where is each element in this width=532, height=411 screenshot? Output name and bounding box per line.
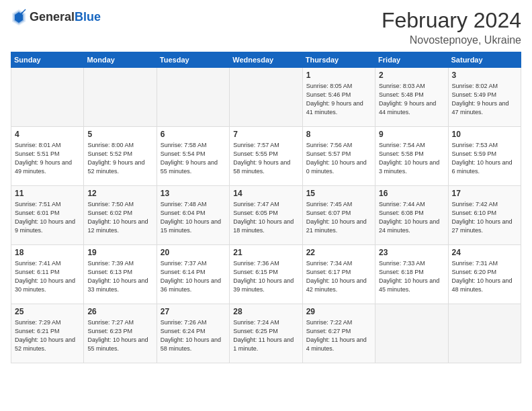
day-info: Sunrise: 8:03 AM Sunset: 5:48 PM Dayligh… xyxy=(379,82,444,117)
calendar-cell xyxy=(448,304,521,363)
day-info: Sunrise: 7:57 AM Sunset: 5:55 PM Dayligh… xyxy=(233,141,298,176)
calendar-cell: 21Sunrise: 7:36 AM Sunset: 6:15 PM Dayli… xyxy=(230,245,302,304)
day-info: Sunrise: 7:44 AM Sunset: 6:08 PM Dayligh… xyxy=(379,200,444,235)
day-info: Sunrise: 7:45 AM Sunset: 6:07 PM Dayligh… xyxy=(306,200,371,235)
day-number: 16 xyxy=(379,189,444,198)
week-row-5: 25Sunrise: 7:29 AM Sunset: 6:21 PM Dayli… xyxy=(11,304,521,363)
week-row-4: 18Sunrise: 7:41 AM Sunset: 6:11 PM Dayli… xyxy=(11,245,521,304)
day-info: Sunrise: 8:01 AM Sunset: 5:51 PM Dayligh… xyxy=(15,141,80,176)
page: GeneralBlue February 2024 Novostepnoye, … xyxy=(0,0,532,411)
day-number: 27 xyxy=(161,307,226,316)
week-row-3: 11Sunrise: 7:51 AM Sunset: 6:01 PM Dayli… xyxy=(11,186,521,245)
day-number: 18 xyxy=(15,248,80,257)
day-info: Sunrise: 7:36 AM Sunset: 6:15 PM Dayligh… xyxy=(233,259,298,294)
header-tuesday: Tuesday xyxy=(157,52,229,68)
day-number: 23 xyxy=(379,248,444,257)
day-number: 6 xyxy=(161,130,226,139)
week-row-2: 4Sunrise: 8:01 AM Sunset: 5:51 PM Daylig… xyxy=(11,127,521,186)
day-number: 8 xyxy=(306,130,371,139)
calendar-cell: 12Sunrise: 7:50 AM Sunset: 6:02 PM Dayli… xyxy=(84,186,157,245)
day-info: Sunrise: 7:58 AM Sunset: 5:54 PM Dayligh… xyxy=(161,141,226,176)
calendar-cell: 15Sunrise: 7:45 AM Sunset: 6:07 PM Dayli… xyxy=(302,186,375,245)
calendar-title: February 2024 xyxy=(382,8,521,33)
day-number: 25 xyxy=(15,307,80,316)
day-number: 21 xyxy=(233,248,298,257)
header: GeneralBlue February 2024 Novostepnoye, … xyxy=(11,8,521,46)
day-number: 4 xyxy=(15,130,80,139)
calendar-cell: 25Sunrise: 7:29 AM Sunset: 6:21 PM Dayli… xyxy=(11,304,84,363)
day-info: Sunrise: 7:39 AM Sunset: 6:13 PM Dayligh… xyxy=(87,259,152,294)
calendar-cell: 13Sunrise: 7:48 AM Sunset: 6:04 PM Dayli… xyxy=(157,186,229,245)
logo-text: GeneralBlue xyxy=(30,11,101,24)
day-number: 15 xyxy=(306,189,371,198)
day-info: Sunrise: 7:22 AM Sunset: 6:27 PM Dayligh… xyxy=(306,318,371,353)
logo: GeneralBlue xyxy=(11,8,101,27)
day-info: Sunrise: 7:53 AM Sunset: 5:59 PM Dayligh… xyxy=(452,141,517,176)
day-info: Sunrise: 7:56 AM Sunset: 5:57 PM Dayligh… xyxy=(306,141,371,176)
calendar-cell xyxy=(230,68,302,127)
calendar-cell: 1Sunrise: 8:05 AM Sunset: 5:46 PM Daylig… xyxy=(302,68,375,127)
header-friday: Friday xyxy=(375,52,448,68)
day-number: 20 xyxy=(161,248,226,257)
day-info: Sunrise: 7:48 AM Sunset: 6:04 PM Dayligh… xyxy=(161,200,226,235)
calendar-cell: 4Sunrise: 8:01 AM Sunset: 5:51 PM Daylig… xyxy=(11,127,84,186)
calendar-cell: 8Sunrise: 7:56 AM Sunset: 5:57 PM Daylig… xyxy=(302,127,375,186)
day-number: 5 xyxy=(87,130,152,139)
logo-icon xyxy=(11,8,27,27)
day-info: Sunrise: 7:34 AM Sunset: 6:17 PM Dayligh… xyxy=(306,259,371,294)
calendar-cell: 29Sunrise: 7:22 AM Sunset: 6:27 PM Dayli… xyxy=(302,304,375,363)
calendar-cell: 9Sunrise: 7:54 AM Sunset: 5:58 PM Daylig… xyxy=(375,127,448,186)
header-row: Sunday Monday Tuesday Wednesday Thursday… xyxy=(11,52,521,68)
day-info: Sunrise: 7:42 AM Sunset: 6:10 PM Dayligh… xyxy=(452,200,517,235)
day-number: 29 xyxy=(306,307,371,316)
calendar-cell: 19Sunrise: 7:39 AM Sunset: 6:13 PM Dayli… xyxy=(84,245,157,304)
calendar-cell xyxy=(11,68,84,127)
calendar-cell: 11Sunrise: 7:51 AM Sunset: 6:01 PM Dayli… xyxy=(11,186,84,245)
calendar-cell xyxy=(375,304,448,363)
day-info: Sunrise: 7:47 AM Sunset: 6:05 PM Dayligh… xyxy=(233,200,298,235)
day-number: 12 xyxy=(87,189,152,198)
header-sunday: Sunday xyxy=(11,52,84,68)
logo-blue-text: Blue xyxy=(75,10,101,24)
calendar-cell: 5Sunrise: 8:00 AM Sunset: 5:52 PM Daylig… xyxy=(84,127,157,186)
day-info: Sunrise: 8:02 AM Sunset: 5:49 PM Dayligh… xyxy=(452,82,517,117)
calendar-cell: 27Sunrise: 7:26 AM Sunset: 6:24 PM Dayli… xyxy=(157,304,229,363)
calendar-cell: 14Sunrise: 7:47 AM Sunset: 6:05 PM Dayli… xyxy=(230,186,302,245)
calendar-cell: 23Sunrise: 7:33 AM Sunset: 6:18 PM Dayli… xyxy=(375,245,448,304)
day-number: 24 xyxy=(452,248,517,257)
day-number: 26 xyxy=(87,307,152,316)
calendar-cell: 10Sunrise: 7:53 AM Sunset: 5:59 PM Dayli… xyxy=(448,127,521,186)
header-monday: Monday xyxy=(84,52,157,68)
calendar-table: Sunday Monday Tuesday Wednesday Thursday… xyxy=(11,52,521,363)
day-number: 7 xyxy=(233,130,298,139)
calendar-cell: 6Sunrise: 7:58 AM Sunset: 5:54 PM Daylig… xyxy=(157,127,229,186)
calendar-cell: 26Sunrise: 7:27 AM Sunset: 6:23 PM Dayli… xyxy=(84,304,157,363)
calendar-cell: 28Sunrise: 7:24 AM Sunset: 6:25 PM Dayli… xyxy=(230,304,302,363)
calendar-cell: 22Sunrise: 7:34 AM Sunset: 6:17 PM Dayli… xyxy=(302,245,375,304)
day-info: Sunrise: 7:33 AM Sunset: 6:18 PM Dayligh… xyxy=(379,259,444,294)
day-info: Sunrise: 7:50 AM Sunset: 6:02 PM Dayligh… xyxy=(87,200,152,235)
day-info: Sunrise: 7:31 AM Sunset: 6:20 PM Dayligh… xyxy=(452,259,517,294)
day-number: 17 xyxy=(452,189,517,198)
day-info: Sunrise: 7:51 AM Sunset: 6:01 PM Dayligh… xyxy=(15,200,80,235)
day-info: Sunrise: 7:26 AM Sunset: 6:24 PM Dayligh… xyxy=(161,318,226,353)
day-info: Sunrise: 8:05 AM Sunset: 5:46 PM Dayligh… xyxy=(306,82,371,117)
day-info: Sunrise: 7:54 AM Sunset: 5:58 PM Dayligh… xyxy=(379,141,444,176)
week-row-1: 1Sunrise: 8:05 AM Sunset: 5:46 PM Daylig… xyxy=(11,68,521,127)
day-number: 9 xyxy=(379,130,444,139)
day-info: Sunrise: 7:24 AM Sunset: 6:25 PM Dayligh… xyxy=(233,318,298,353)
day-number: 1 xyxy=(306,71,371,80)
day-info: Sunrise: 7:37 AM Sunset: 6:14 PM Dayligh… xyxy=(161,259,226,294)
header-thursday: Thursday xyxy=(302,52,375,68)
calendar-cell: 18Sunrise: 7:41 AM Sunset: 6:11 PM Dayli… xyxy=(11,245,84,304)
calendar-cell: 20Sunrise: 7:37 AM Sunset: 6:14 PM Dayli… xyxy=(157,245,229,304)
day-number: 10 xyxy=(452,130,517,139)
title-block: February 2024 Novostepnoye, Ukraine xyxy=(382,8,521,46)
day-number: 22 xyxy=(306,248,371,257)
calendar-cell: 3Sunrise: 8:02 AM Sunset: 5:49 PM Daylig… xyxy=(448,68,521,127)
calendar-cell: 17Sunrise: 7:42 AM Sunset: 6:10 PM Dayli… xyxy=(448,186,521,245)
day-number: 14 xyxy=(233,189,298,198)
day-info: Sunrise: 7:41 AM Sunset: 6:11 PM Dayligh… xyxy=(15,259,80,294)
calendar-subtitle: Novostepnoye, Ukraine xyxy=(382,34,521,46)
day-info: Sunrise: 8:00 AM Sunset: 5:52 PM Dayligh… xyxy=(87,141,152,176)
